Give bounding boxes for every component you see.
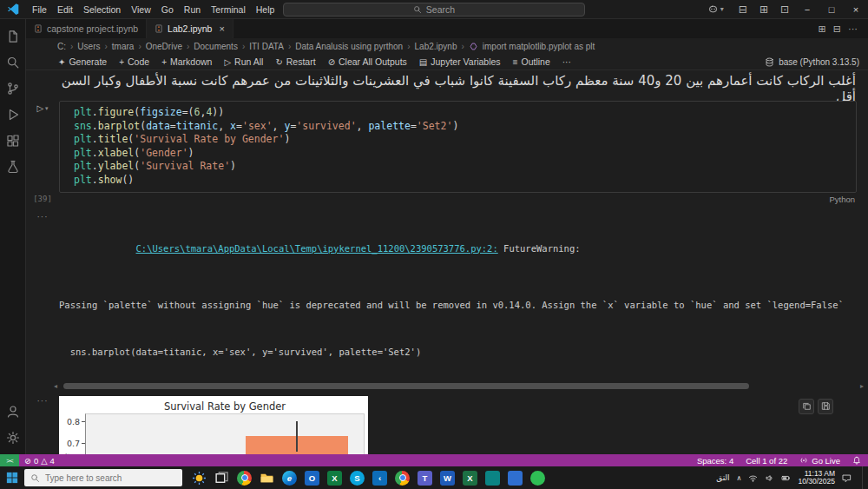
toolbar-run-all[interactable]: ▷Run All [218, 56, 269, 67]
toolbar-add-markdown[interactable]: +Markdown [155, 56, 218, 67]
save-output-button[interactable] [818, 399, 833, 414]
start-button[interactable] [2, 466, 23, 489]
taskbar-clock[interactable]: 11:13 AM 10/30/2025 [798, 470, 835, 486]
taskbar-app-word[interactable]: W [440, 471, 455, 486]
testing-icon[interactable] [0, 154, 26, 180]
code-line[interactable]: plt.title('Survival Rate by Gender') [74, 133, 856, 147]
tab-lab2[interactable]: Lab2.ipynb × [147, 19, 233, 38]
tray-status-text[interactable]: التق [716, 473, 729, 482]
taskbar-app-excel[interactable]: X [327, 471, 342, 486]
toggle-layout-icon[interactable]: ⊟ [830, 23, 845, 35]
settings-icon[interactable] [0, 425, 26, 451]
copy-output-button[interactable] [799, 399, 814, 414]
output-collapse-handle[interactable]: ··· [26, 396, 59, 454]
taskbar-app-skype[interactable]: S [350, 471, 365, 486]
taskbar-app-app-teal[interactable] [485, 471, 500, 486]
minimize-button[interactable]: − [795, 0, 819, 19]
toolbar-generate[interactable]: ✦Generate [52, 56, 113, 67]
kernel-picker[interactable]: base (Python 3.13.5) [765, 57, 868, 67]
scroll-right-icon[interactable]: ▸ [858, 382, 865, 390]
toolbar-more-actions[interactable]: ··· [556, 57, 577, 67]
chevron-down-icon[interactable]: ▾ [720, 5, 733, 13]
run-debug-icon[interactable] [0, 102, 26, 128]
explorer-icon[interactable] [0, 23, 26, 50]
show-desktop-button[interactable] [862, 466, 865, 489]
notification-icon[interactable] [842, 473, 852, 483]
taskbar-app-teams[interactable]: T [418, 471, 432, 486]
code-line[interactable]: plt.figure(figsize=(6,4)) [74, 106, 856, 120]
source-control-icon[interactable] [0, 76, 26, 102]
code-line[interactable]: plt.xlabel('Gender') [74, 147, 856, 161]
spaces-indicator[interactable]: Spaces: 4 [697, 456, 733, 466]
menu-run[interactable]: Run [179, 4, 206, 15]
toggle-sidebar-icon[interactable]: ⊟ [733, 3, 753, 16]
breadcrumb-item[interactable]: ITI DATA [249, 42, 284, 51]
code-editor[interactable]: plt.figure(figsize=(6,4))sns.barplot(dat… [59, 101, 857, 193]
cell-language-picker[interactable]: Python [829, 193, 855, 207]
copilot-icon[interactable] [706, 3, 720, 15]
taskbar-app-whatsapp[interactable] [530, 471, 545, 486]
hidden-icons-chevron[interactable]: ∧ [737, 474, 742, 482]
taskbar-search-input[interactable] [45, 473, 167, 483]
cell-indicator[interactable]: Cell 1 of 22 [746, 456, 787, 466]
breadcrumb-item[interactable]: Documents [194, 42, 238, 51]
code-line[interactable]: plt.ylabel('Survival Rate') [74, 160, 856, 174]
toolbar-jupyter-variables[interactable]: ▤Jupyter Variables [413, 56, 507, 67]
menu-file[interactable]: File [27, 4, 52, 15]
wifi-icon[interactable] [748, 473, 758, 483]
menu-help[interactable]: Help [251, 4, 280, 15]
markdown-cell[interactable]: أغلب الركاب كانت أعمارهم بين 20 و40 سنة … [26, 70, 868, 96]
problems-indicator[interactable]: ⊘ 0 △ 4 [19, 456, 60, 466]
command-center-search[interactable]: Search [283, 3, 585, 17]
breadcrumb-item[interactable]: OneDrive [146, 42, 182, 51]
toggle-panel-icon[interactable]: ⊞ [753, 3, 774, 16]
close-tab-icon[interactable]: × [219, 23, 224, 34]
code-line[interactable]: plt.show() [74, 174, 856, 188]
menu-selection[interactable]: Selection [78, 4, 126, 15]
speaker-icon[interactable] [765, 473, 774, 483]
maximize-button[interactable]: □ [819, 0, 844, 19]
breadcrumb-item[interactable]: Users [77, 42, 100, 51]
taskbar-app-photos[interactable] [508, 471, 523, 486]
extensions-icon[interactable] [0, 128, 26, 154]
menu-go[interactable]: Go [156, 4, 179, 15]
breadcrumb-item[interactable]: tmara [112, 42, 135, 51]
taskbar-app-chrome-2[interactable] [395, 471, 410, 486]
taskbar-app-file-explorer[interactable] [260, 471, 274, 486]
battery-icon[interactable] [781, 473, 791, 483]
taskbar-app-chrome[interactable] [237, 471, 252, 486]
notifications-bell[interactable] [852, 456, 861, 465]
toolbar-restart[interactable]: ↻Restart [269, 56, 321, 67]
account-icon[interactable] [0, 399, 26, 425]
breadcrumb-symbol-label[interactable]: import matplotlib.pyplot as plt [483, 42, 595, 51]
breadcrumb-item[interactable]: Lab2.ipynb [415, 42, 457, 51]
menu-terminal[interactable]: Terminal [206, 4, 251, 15]
scrollbar-thumb[interactable] [63, 383, 749, 389]
search-icon[interactable] [0, 50, 26, 76]
output-collapse-handle[interactable]: ··· [26, 212, 59, 378]
go-live-button[interactable]: Go Live [799, 456, 840, 466]
remote-indicator[interactable]: >< [0, 454, 19, 466]
taskbar-app-vscode[interactable]: ‹ [372, 471, 387, 486]
toolbar-add-code[interactable]: +Code [113, 56, 155, 67]
taskbar-app-edge[interactable]: e [282, 471, 297, 486]
taskbar-app-excel-2[interactable]: X [463, 471, 477, 486]
menu-edit[interactable]: Edit [52, 4, 78, 15]
toolbar-clear-all-outputs[interactable]: ⊘Clear All Outputs [322, 56, 413, 67]
code-line[interactable]: sns.barplot(data=titanic, x='sex', y='su… [74, 120, 856, 134]
run-dropdown-icon[interactable]: ▾ [45, 105, 49, 112]
more-actions-icon[interactable]: ··· [845, 23, 861, 34]
split-editor-icon[interactable]: ⊞ [815, 23, 830, 35]
tab-capstone-project[interactable]: capstone project.ipynb [26, 19, 147, 38]
run-cell-button[interactable]: ▷ ▾ [36, 101, 48, 113]
scroll-left-icon[interactable]: ◂ [52, 382, 59, 390]
menu-view[interactable]: View [126, 4, 156, 15]
taskbar-app-interests[interactable] [192, 471, 207, 486]
breadcrumb-item[interactable]: Data Analusis using pyrthon [295, 42, 403, 51]
taskbar-search[interactable] [24, 469, 182, 486]
taskbar-app-task-view[interactable] [214, 471, 229, 486]
breadcrumb-item[interactable]: C: [57, 42, 66, 51]
warning-file-link[interactable]: C:\Users\tmara\AppData\Local\Temp\ipyker… [136, 243, 498, 254]
close-button[interactable]: × [844, 0, 868, 19]
toolbar-outline[interactable]: ≡Outline [507, 56, 556, 67]
